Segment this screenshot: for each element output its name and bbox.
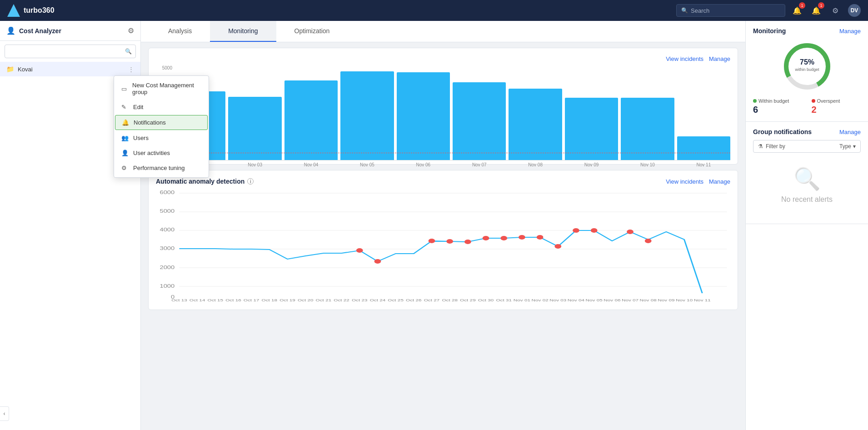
ctx-performance-label: Performance tuning: [133, 165, 185, 171]
bar-chart-view-incidents[interactable]: View incidents: [666, 55, 703, 62]
monitoring-manage-link[interactable]: Manage: [839, 28, 861, 35]
tab-optimization[interactable]: Optimization: [276, 21, 348, 42]
ctx-notifications-label: Notifications: [134, 119, 166, 126]
user-activities-icon: 👤: [121, 150, 129, 156]
svg-point-18: [519, 235, 525, 240]
no-alerts-icon: 🔍: [793, 166, 821, 192]
filter-row[interactable]: ⚗ Filter by Type ▾: [753, 140, 861, 153]
sidebar-gear-icon[interactable]: ⚙: [128, 26, 134, 35]
svg-point-23: [573, 228, 579, 233]
alerts-icon-btn[interactable]: 🔔 1: [810, 4, 823, 17]
bar-x-label: Nov 04: [284, 162, 338, 167]
bar-col: [509, 70, 562, 160]
svg-text:4000: 4000: [160, 227, 175, 232]
bar[interactable]: [340, 71, 394, 160]
ctx-user-activities[interactable]: 👤 User activities: [114, 145, 209, 160]
logo-icon: [7, 4, 20, 17]
center-content: Analysis Monitoring Optimization View in…: [141, 21, 745, 430]
bar-col: [284, 70, 338, 160]
monitoring-panel-header: Monitoring Manage: [753, 27, 861, 35]
budget-stats: Within budget 6 Overspent 2: [753, 98, 861, 115]
user-avatar[interactable]: DV: [848, 4, 861, 17]
svg-text:Oct 25: Oct 25: [388, 298, 404, 302]
sidebar-search-input[interactable]: [9, 48, 122, 55]
bar[interactable]: [509, 89, 562, 160]
navbar: turbo360 🔍 Search 🔔 1 🔔 1 ⚙ DV: [0, 0, 868, 21]
ctx-performance-tuning[interactable]: ⚙ Performance tuning: [114, 160, 209, 175]
bar[interactable]: [621, 98, 674, 160]
sidebar-item-more-icon[interactable]: ⋮: [128, 66, 134, 73]
svg-text:Oct 28: Oct 28: [442, 298, 458, 302]
bar[interactable]: [284, 80, 338, 160]
sidebar: 👤 Cost Analyzer ⚙ 🔍 📁 Kovai ⋮ ▭ New Cost…: [0, 21, 141, 430]
bar[interactable]: [228, 97, 281, 160]
bar-col: [677, 70, 730, 160]
ctx-users-label: Users: [133, 135, 149, 141]
notifications-menu-icon: 🔔: [122, 119, 129, 126]
right-panel: Monitoring Manage 75% within budget: [745, 21, 868, 430]
bar-chart-section: View incidents Manage 5000 4000 3000 200…: [148, 48, 738, 165]
bar-chart-manage[interactable]: Manage: [709, 55, 730, 62]
anomaly-info-icon[interactable]: i: [247, 178, 254, 185]
svg-text:Oct 26: Oct 26: [406, 298, 422, 302]
svg-text:5000: 5000: [160, 209, 175, 214]
no-alerts-state: 🔍 No recent alerts: [753, 153, 861, 217]
overspent-stat: Overspent 2: [812, 98, 861, 115]
group-notifications-manage[interactable]: Manage: [839, 129, 861, 135]
sidebar-search[interactable]: 🔍: [5, 45, 136, 58]
app-logo: turbo360: [7, 4, 55, 17]
svg-text:Oct 14: Oct 14: [190, 298, 205, 302]
search-icon: 🔍: [681, 7, 688, 14]
ctx-edit-label: Edit: [133, 104, 143, 110]
svg-point-14: [446, 239, 453, 244]
bar-x-label: Nov 06: [397, 162, 450, 167]
svg-text:Oct 21: Oct 21: [316, 298, 332, 302]
bar[interactable]: [677, 136, 730, 160]
ctx-new-group[interactable]: ▭ New Cost Management group: [114, 78, 209, 100]
svg-text:Oct 22: Oct 22: [334, 298, 349, 302]
context-menu: ▭ New Cost Management group ✎ Edit 🔔 Not…: [114, 75, 209, 178]
ctx-edit[interactable]: ✎ Edit: [114, 100, 209, 115]
filter-label: Filter by: [766, 143, 785, 150]
svg-point-17: [500, 236, 507, 240]
users-icon: 👥: [121, 135, 129, 141]
sidebar-collapse-btn[interactable]: ‹: [0, 406, 9, 421]
ctx-notifications[interactable]: 🔔 Notifications: [115, 115, 208, 130]
donut-chart: 75% within budget: [780, 39, 834, 94]
bar[interactable]: [565, 98, 618, 160]
anomaly-chart-actions: View incidents Manage: [666, 178, 730, 185]
bar[interactable]: [453, 82, 506, 160]
navbar-icons: 🔔 1 🔔 1 ⚙ DV: [791, 4, 861, 17]
anomaly-view-incidents[interactable]: View incidents: [666, 178, 703, 185]
notifications-icon-btn[interactable]: 🔔 1: [791, 4, 803, 17]
type-dropdown[interactable]: Type ▾: [839, 143, 856, 150]
svg-point-15: [464, 240, 471, 244]
settings-icon-btn[interactable]: ⚙: [829, 4, 842, 17]
bar[interactable]: [397, 72, 450, 160]
svg-text:75%: 75%: [799, 58, 814, 66]
svg-text:Oct 13: Oct 13: [171, 298, 187, 302]
app-name: turbo360: [24, 6, 55, 15]
anomaly-manage[interactable]: Manage: [709, 178, 730, 185]
donut-container: 75% within budget: [753, 39, 861, 94]
main-area: Analysis Monitoring Optimization View in…: [141, 21, 868, 430]
overspent-dot: [812, 99, 815, 103]
bar-chart-wrapper: 5000 4000 3000 2000 1000 0: [156, 66, 730, 157]
overspent-value: 2: [812, 105, 861, 115]
bar-chart-actions: View incidents Manage: [666, 55, 730, 62]
svg-text:Oct 29: Oct 29: [460, 298, 476, 302]
sidebar-item-kovai[interactable]: 📁 Kovai ⋮: [0, 62, 140, 76]
search-placeholder: Search: [691, 7, 709, 14]
svg-text:Nov 11: Nov 11: [694, 298, 711, 302]
sidebar-title: 👤 Cost Analyzer: [6, 26, 61, 35]
tab-monitoring[interactable]: Monitoring: [210, 21, 276, 42]
tab-analysis[interactable]: Analysis: [150, 21, 210, 42]
monitoring-panel-title: Monitoring: [753, 27, 786, 35]
bar-x-label: Nov 08: [509, 162, 562, 167]
within-budget-label: Within budget: [758, 98, 789, 104]
filter-icon: ⚗: [758, 143, 763, 150]
search-bar[interactable]: 🔍 Search: [676, 4, 785, 17]
svg-point-20: [356, 248, 363, 253]
ctx-users[interactable]: 👥 Users: [114, 130, 209, 145]
bar-col: [228, 70, 281, 160]
